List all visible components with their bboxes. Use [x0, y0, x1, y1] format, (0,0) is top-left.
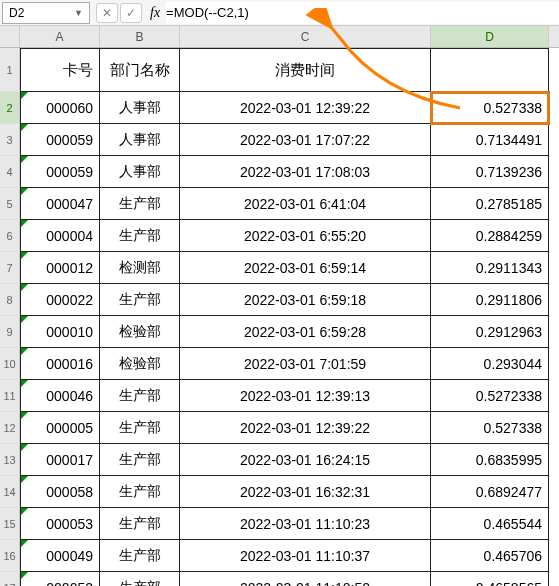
row-header[interactable]: 12: [0, 412, 20, 444]
cell-department[interactable]: 生产部: [100, 220, 180, 252]
cell-department[interactable]: 人事部: [100, 92, 180, 124]
table-row: 16000049生产部2022-03-01 11:10:370.465706: [0, 540, 559, 572]
fx-icon[interactable]: fx: [150, 5, 160, 21]
cancel-formula-button[interactable]: ✕: [96, 3, 118, 23]
cell-time[interactable]: 2022-03-01 12:39:22: [180, 412, 431, 444]
header-cell-A[interactable]: 卡号: [20, 48, 100, 92]
row-header[interactable]: 5: [0, 188, 20, 220]
cell-result[interactable]: 0.2911343: [431, 252, 549, 284]
table-body: 2000060人事部2022-03-01 12:39:220.527338300…: [0, 92, 559, 586]
row-header[interactable]: 6: [0, 220, 20, 252]
row-header[interactable]: 17: [0, 572, 20, 586]
cell-time[interactable]: 2022-03-01 6:59:28: [180, 316, 431, 348]
row-header[interactable]: 13: [0, 444, 20, 476]
header-cell-C[interactable]: 消费时间: [180, 48, 431, 92]
cell-result[interactable]: 0.4658565: [431, 572, 549, 586]
cell-department[interactable]: 人事部: [100, 124, 180, 156]
cell-card-number[interactable]: 000060: [20, 92, 100, 124]
cell-card-number[interactable]: 000016: [20, 348, 100, 380]
cell-department[interactable]: 生产部: [100, 188, 180, 220]
cell-result[interactable]: 0.7139236: [431, 156, 549, 188]
cell-card-number[interactable]: 000058: [20, 476, 100, 508]
formula-text: =MOD(--C2,1): [166, 5, 249, 20]
name-box[interactable]: D2 ▼: [2, 2, 90, 24]
formula-input[interactable]: =MOD(--C2,1): [166, 2, 559, 24]
cell-card-number[interactable]: 000022: [20, 284, 100, 316]
cell-result[interactable]: 0.527338: [431, 92, 549, 124]
cell-time[interactable]: 2022-03-01 11:10:37: [180, 540, 431, 572]
cell-time[interactable]: 2022-03-01 6:55:20: [180, 220, 431, 252]
cell-card-number[interactable]: 000053: [20, 508, 100, 540]
cell-time[interactable]: 2022-03-01 17:07:22: [180, 124, 431, 156]
chevron-down-icon[interactable]: ▼: [74, 8, 83, 18]
row-header[interactable]: 4: [0, 156, 20, 188]
cell-department[interactable]: 生产部: [100, 284, 180, 316]
header-cell-B[interactable]: 部门名称: [100, 48, 180, 92]
cell-department[interactable]: 生产部: [100, 380, 180, 412]
cell-department[interactable]: 生产部: [100, 476, 180, 508]
cell-department[interactable]: 检验部: [100, 316, 180, 348]
row-header[interactable]: 16: [0, 540, 20, 572]
row-header[interactable]: 11: [0, 380, 20, 412]
cell-card-number[interactable]: 000012: [20, 252, 100, 284]
column-header-D[interactable]: D: [431, 26, 549, 47]
row-header[interactable]: 8: [0, 284, 20, 316]
cell-time[interactable]: 2022-03-01 17:08:03: [180, 156, 431, 188]
row-header[interactable]: 14: [0, 476, 20, 508]
cell-time[interactable]: 2022-03-01 11:10:23: [180, 508, 431, 540]
row-header-1[interactable]: 1: [0, 48, 20, 92]
row-header[interactable]: 10: [0, 348, 20, 380]
column-header-A[interactable]: A: [20, 26, 100, 47]
cell-time[interactable]: 2022-03-01 6:41:04: [180, 188, 431, 220]
cell-time[interactable]: 2022-03-01 16:32:31: [180, 476, 431, 508]
cell-time[interactable]: 2022-03-01 12:39:22: [180, 92, 431, 124]
cell-department[interactable]: 人事部: [100, 156, 180, 188]
cell-time[interactable]: 2022-03-01 6:59:18: [180, 284, 431, 316]
cell-card-number[interactable]: 000046: [20, 380, 100, 412]
column-header-C[interactable]: C: [180, 26, 431, 47]
cell-department[interactable]: 生产部: [100, 508, 180, 540]
row-header[interactable]: 7: [0, 252, 20, 284]
cell-department[interactable]: 检验部: [100, 348, 180, 380]
cell-card-number[interactable]: 000059: [20, 156, 100, 188]
cell-result[interactable]: 0.527338: [431, 412, 549, 444]
cell-result[interactable]: 0.6835995: [431, 444, 549, 476]
cell-card-number[interactable]: 000047: [20, 188, 100, 220]
accept-formula-button[interactable]: ✓: [120, 3, 142, 23]
cell-department[interactable]: 生产部: [100, 444, 180, 476]
row-header[interactable]: 3: [0, 124, 20, 156]
cell-result[interactable]: 0.293044: [431, 348, 549, 380]
row-header[interactable]: 9: [0, 316, 20, 348]
cell-time[interactable]: 2022-03-01 6:59:14: [180, 252, 431, 284]
cell-time[interactable]: 2022-03-01 11:10:50: [180, 572, 431, 586]
cell-result[interactable]: 0.5272338: [431, 380, 549, 412]
cell-result[interactable]: 0.465544: [431, 508, 549, 540]
header-cell-D[interactable]: [431, 48, 549, 92]
cell-result[interactable]: 0.465706: [431, 540, 549, 572]
cell-card-number[interactable]: 000052: [20, 572, 100, 586]
cell-time[interactable]: 2022-03-01 7:01:59: [180, 348, 431, 380]
column-header-B[interactable]: B: [100, 26, 180, 47]
cell-result[interactable]: 0.6892477: [431, 476, 549, 508]
cell-card-number[interactable]: 000017: [20, 444, 100, 476]
row-header[interactable]: 15: [0, 508, 20, 540]
cell-department[interactable]: 生产部: [100, 412, 180, 444]
column-headers: A B C D: [0, 26, 559, 48]
cell-result[interactable]: 0.2785185: [431, 188, 549, 220]
cell-department[interactable]: 生产部: [100, 540, 180, 572]
cell-result[interactable]: 0.2884259: [431, 220, 549, 252]
cell-card-number[interactable]: 000049: [20, 540, 100, 572]
cell-result[interactable]: 0.7134491: [431, 124, 549, 156]
cell-time[interactable]: 2022-03-01 16:24:15: [180, 444, 431, 476]
cell-time[interactable]: 2022-03-01 12:39:13: [180, 380, 431, 412]
cell-card-number[interactable]: 000010: [20, 316, 100, 348]
cell-department[interactable]: 检测部: [100, 252, 180, 284]
select-all-corner[interactable]: [0, 26, 20, 47]
cell-result[interactable]: 0.2912963: [431, 316, 549, 348]
cell-card-number[interactable]: 000005: [20, 412, 100, 444]
cell-result[interactable]: 0.2911806: [431, 284, 549, 316]
cell-card-number[interactable]: 000059: [20, 124, 100, 156]
cell-department[interactable]: 生产部: [100, 572, 180, 586]
row-header[interactable]: 2: [0, 92, 20, 124]
cell-card-number[interactable]: 000004: [20, 220, 100, 252]
